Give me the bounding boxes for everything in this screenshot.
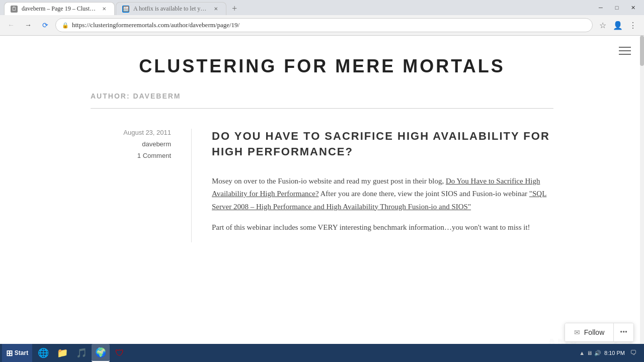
- taskbar-folder-icon[interactable]: 📁: [53, 344, 71, 362]
- start-icon: ⊞: [6, 348, 13, 358]
- window-controls: ─ □ ✕: [594, 2, 640, 13]
- tab2-favicon: 🪟: [122, 6, 129, 13]
- start-label: Start: [15, 349, 28, 356]
- tab2-close-icon[interactable]: ✕: [212, 5, 220, 13]
- profile-button[interactable]: 👤: [611, 18, 625, 32]
- author-divider: [91, 108, 553, 109]
- main-content: AUTHOR: DAVEBERM August 23, 2011 daveber…: [80, 92, 564, 242]
- taskbar-clock[interactable]: 8:10 PM: [604, 349, 625, 356]
- systray-network-icon: 🖥: [587, 350, 592, 356]
- article-sidebar: August 23, 2011 daveberm 1 Comment: [91, 129, 191, 242]
- article-title[interactable]: DO YOU HAVE TO SACRIFICE HIGH AVAILABILI…: [212, 129, 553, 160]
- article-comment-link[interactable]: 1 Comment: [137, 152, 171, 159]
- browser-tab-2[interactable]: 🪟 A hotfix is available to let you confi…: [116, 2, 226, 15]
- new-tab-button[interactable]: +: [227, 2, 242, 15]
- follow-button[interactable]: ✉ Follow: [565, 323, 613, 341]
- hamburger-line-1: [619, 47, 631, 48]
- article-paragraph-2: Part of this webinar includes some VERY …: [212, 221, 553, 234]
- browser-tabs: 🗒 daveberm – Page 19 – Clustering Fo… ✕ …: [4, 0, 590, 15]
- systray: ▲ 🖥 🔊: [579, 350, 601, 356]
- start-button[interactable]: ⊞ Start: [2, 344, 32, 362]
- notification-icon[interactable]: 🗨: [628, 348, 638, 358]
- browser-addressbar: ← → ⟳ 🔒 https://clusteringformeremortals…: [0, 15, 644, 35]
- hamburger-line-3: [619, 54, 631, 55]
- article-body: DO YOU HAVE TO SACRIFICE HIGH AVAILABILI…: [212, 129, 553, 242]
- taskbar-media-icon[interactable]: 🎵: [72, 344, 91, 362]
- article-vertical-divider: [191, 129, 192, 242]
- scrollbar-thumb[interactable]: [640, 36, 644, 66]
- website-content: CLUSTERING FOR MERE MORTALS AUTHOR: DAVE…: [0, 36, 644, 362]
- systray-sound-icon: 🔊: [594, 350, 601, 356]
- article-text-before-link1: Mosey on over to the Fusion-io website a…: [212, 177, 444, 185]
- follow-widget: ✉ Follow •••: [565, 323, 634, 342]
- taskbar-chrome-icon[interactable]: 🌍: [92, 344, 110, 362]
- browser-actions: ☆ 👤 ⋮: [596, 18, 640, 32]
- ssl-lock-icon: 🔒: [62, 22, 69, 29]
- article-layout: August 23, 2011 daveberm 1 Comment DO YO…: [91, 129, 553, 242]
- clock-time: 8:10 PM: [604, 349, 625, 356]
- address-bar[interactable]: 🔒 https://clusteringformeremortals.com/a…: [55, 18, 593, 32]
- browser-tab-1[interactable]: 🗒 daveberm – Page 19 – Clustering Fo… ✕: [4, 2, 115, 15]
- author-heading: AUTHOR: DAVEBERM: [91, 92, 553, 100]
- site-title[interactable]: CLUSTERING FOR MERE MORTALS: [0, 56, 644, 77]
- back-button[interactable]: ←: [4, 18, 18, 32]
- taskbar-security-icon[interactable]: 🛡: [111, 344, 129, 362]
- systray-arrow[interactable]: ▲: [579, 350, 585, 356]
- scrollbar-track: [640, 36, 644, 362]
- taskbar-right: ▲ 🖥 🔊 8:10 PM 🗨: [579, 348, 642, 358]
- follow-more-icon: •••: [620, 328, 627, 336]
- browser-chrome: 🗒 daveberm – Page 19 – Clustering Fo… ✕ …: [0, 0, 644, 36]
- minimize-button[interactable]: ─: [594, 2, 608, 13]
- forward-button[interactable]: →: [21, 18, 35, 32]
- maximize-button[interactable]: □: [610, 2, 624, 13]
- menu-button[interactable]: ⋮: [626, 18, 640, 32]
- tab1-close-icon[interactable]: ✕: [100, 5, 108, 13]
- article-paragraph-1: Mosey on over to the Fusion-io website a…: [212, 175, 553, 214]
- tab2-label: A hotfix is available to let you config…: [133, 5, 208, 13]
- tab1-label: daveberm – Page 19 – Clustering Fo…: [22, 5, 96, 13]
- hamburger-line-2: [619, 50, 631, 51]
- site-header: CLUSTERING FOR MERE MORTALS: [0, 36, 644, 92]
- follow-icon: ✉: [574, 328, 580, 336]
- browser-titlebar: 🗒 daveberm – Page 19 – Clustering Fo… ✕ …: [0, 0, 644, 15]
- article-date: August 23, 2011: [91, 129, 171, 136]
- tab1-favicon: 🗒: [11, 6, 18, 13]
- hamburger-menu-button[interactable]: [616, 44, 634, 58]
- close-button[interactable]: ✕: [626, 2, 640, 13]
- reload-button[interactable]: ⟳: [38, 18, 52, 32]
- article-text-body2: After you are done there, view the joint…: [320, 190, 528, 198]
- follow-more-button[interactable]: •••: [613, 323, 633, 341]
- follow-label: Follow: [584, 328, 604, 336]
- article-author-link[interactable]: daveberm: [91, 140, 171, 148]
- bookmark-button[interactable]: ☆: [596, 18, 610, 32]
- taskbar-ie-icon[interactable]: 🌐: [34, 344, 52, 362]
- taskbar: ⊞ Start 🌐 📁 🎵 🌍 🛡 ▲ 🖥 🔊 8:10 PM 🗨: [0, 344, 644, 362]
- taskbar-apps: 🌐 📁 🎵 🌍 🛡: [34, 344, 579, 362]
- address-text: https://clusteringformeremortals.com/aut…: [72, 21, 239, 29]
